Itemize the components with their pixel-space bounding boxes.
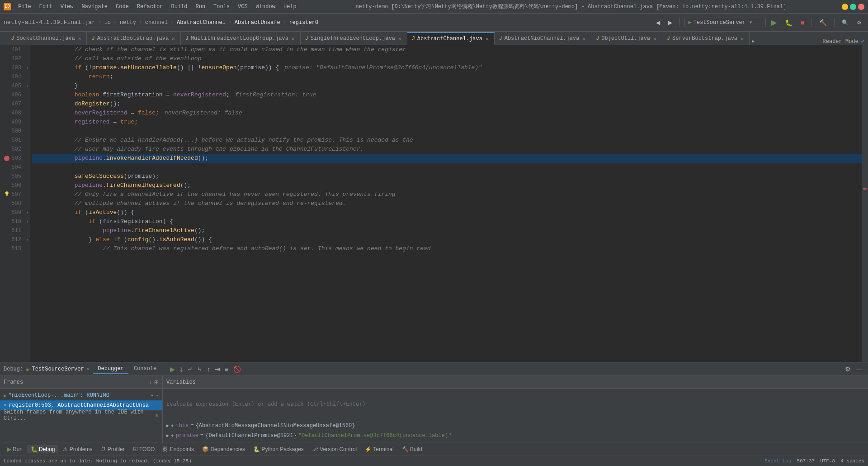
todo-tool-button[interactable]: ☑ TODO bbox=[129, 445, 159, 453]
breakpoint-icon[interactable] bbox=[4, 156, 9, 161]
tab-close-singlethreadeventloop[interactable]: ✕ bbox=[397, 35, 402, 42]
build-tool-button[interactable]: 🔨 Build bbox=[398, 445, 426, 453]
var-promise[interactable]: ▶ ● promise = {DefaultChannelPromise@192… bbox=[163, 431, 868, 441]
tab-abstractbootstrap[interactable]: J AbstractBootstrap.java ✕ bbox=[87, 32, 180, 45]
debug-settings-button[interactable]: ⚙ bbox=[843, 365, 853, 374]
frames-add-button[interactable]: + bbox=[149, 379, 152, 385]
code-line-492: // call was outside of the eventLoop bbox=[32, 54, 862, 63]
bottom-toolbar: ▶ Run 🐛 Debug ⚠ Problems ⏱ Profiler ☑ TO… bbox=[0, 442, 868, 455]
debug-minimize-button[interactable]: — bbox=[854, 365, 864, 374]
dependencies-tool-button[interactable]: 📦 Dependencies bbox=[198, 445, 249, 453]
menu-tools[interactable]: Tools bbox=[210, 3, 233, 11]
menu-build[interactable]: Build bbox=[167, 3, 191, 11]
menu-window[interactable]: Window bbox=[252, 3, 279, 11]
forward-button[interactable]: ▶ bbox=[665, 18, 675, 27]
cursor-position[interactable]: 507:37 bbox=[797, 458, 815, 464]
profiler-tool-button[interactable]: ⏱ Profiler bbox=[97, 445, 128, 453]
build-button[interactable]: 🔨 bbox=[816, 18, 830, 28]
menu-help[interactable]: Help bbox=[280, 3, 300, 11]
menu-bar[interactable]: File Edit View Navigate Code Refactor Bu… bbox=[14, 3, 300, 11]
tab-abstractchannel[interactable]: J AbstractChannel.java ✕ bbox=[407, 32, 495, 45]
editor-scrollbar[interactable] bbox=[862, 45, 868, 362]
var-this[interactable]: ▶ ● this = {AbstractNioMessageChannel$Ni… bbox=[163, 421, 868, 431]
terminal-button[interactable]: ⚡ Terminal bbox=[361, 445, 397, 453]
thread-add-button[interactable]: + bbox=[156, 392, 159, 399]
tab-serverbootstrap[interactable]: J ServerBootstrap.java ✕ bbox=[662, 32, 750, 45]
version-control-button[interactable]: ⎇ Version Control bbox=[308, 445, 360, 453]
endpoints-tool-button[interactable]: ⛓ Endpoints bbox=[159, 445, 198, 453]
tab-close-abstractchannel[interactable]: ✕ bbox=[485, 36, 490, 43]
mute-breakpoints-button[interactable]: 🚫 bbox=[231, 365, 243, 374]
event-log-button[interactable]: Event Log bbox=[764, 458, 791, 464]
minimize-button[interactable] bbox=[842, 4, 848, 10]
encoding[interactable]: UTF-8 bbox=[820, 458, 835, 464]
debugger-tab[interactable]: Debugger bbox=[93, 364, 128, 374]
lightbulb-icon[interactable]: 💡 bbox=[4, 190, 9, 199]
tab-close-socketchannel[interactable]: ✕ bbox=[77, 35, 82, 42]
tab-socketchannel[interactable]: J SocketChannel.java ✕ bbox=[6, 32, 87, 45]
title-bar: IJ File Edit View Navigate Code Refactor… bbox=[0, 0, 868, 14]
evaluate-expression-input[interactable] bbox=[163, 389, 868, 419]
tab-abstractniochannel[interactable]: J AbstractNioChannel.java ✕ bbox=[495, 32, 591, 45]
evaluate-button[interactable]: ≡ bbox=[223, 365, 230, 374]
fold-512[interactable]: ▾ bbox=[25, 235, 30, 244]
tab-multithreadeventloopgroup[interactable]: J MultithreadEventLoopGroup.java ✕ bbox=[181, 32, 301, 45]
tab-more[interactable]: ▸ bbox=[750, 37, 757, 45]
line-493: 493 bbox=[2, 63, 21, 72]
thread-item[interactable]: ▶ "nioEventLoop-...main": RUNNING ▾ + bbox=[0, 390, 162, 400]
frame-close-button[interactable]: ✕ bbox=[155, 413, 159, 418]
fold-493[interactable]: ▾ bbox=[25, 63, 30, 72]
frame-item-1[interactable]: Switch frames from anywhere in the IDE w… bbox=[0, 410, 162, 420]
run-tool-button[interactable]: ▶ Run bbox=[4, 445, 26, 453]
run-button[interactable]: ▶ bbox=[769, 17, 779, 28]
force-step-into-button[interactable]: ⤷ bbox=[195, 365, 204, 374]
menu-edit[interactable]: Edit bbox=[36, 3, 56, 11]
tab-close-multithreadeventloopgroup[interactable]: ✕ bbox=[291, 35, 296, 42]
line-513: 513 bbox=[2, 244, 21, 253]
resume-button[interactable]: ▶ bbox=[168, 365, 177, 374]
tab-close-abstractniochannel[interactable]: ✕ bbox=[581, 35, 586, 42]
line-503[interactable]: 503 bbox=[2, 154, 21, 163]
menu-file[interactable]: File bbox=[14, 3, 35, 11]
debug-session-close[interactable]: ✕ bbox=[87, 366, 90, 372]
fold-495[interactable]: ▾ bbox=[25, 81, 30, 90]
var-expand-this[interactable]: ▶ bbox=[166, 423, 169, 428]
tab-objectutil[interactable]: J ObjectUtil.java ✕ bbox=[591, 32, 662, 45]
window-controls[interactable] bbox=[842, 4, 864, 10]
indent-settings[interactable]: 4 spaces bbox=[840, 458, 864, 464]
debug-tool-button[interactable]: 🐛 Debug bbox=[27, 445, 58, 453]
fold-509[interactable]: ▾ bbox=[25, 208, 30, 217]
var-expand-promise[interactable]: ▶ bbox=[166, 433, 169, 438]
debug-session-icon[interactable]: ☕ bbox=[26, 366, 29, 372]
menu-refactor[interactable]: Refactor bbox=[133, 3, 167, 11]
problems-tool-button[interactable]: ⚠ Problems bbox=[59, 445, 96, 453]
tab-singlethreadeventloop[interactable]: J SingleThreadEventLoop.java ✕ bbox=[301, 32, 407, 45]
settings-button[interactable]: ⚙ bbox=[854, 18, 864, 27]
menu-view[interactable]: View bbox=[57, 3, 77, 11]
tab-close-abstractbootstrap[interactable]: ✕ bbox=[171, 35, 176, 42]
line-494: 494 bbox=[2, 72, 21, 81]
search-button[interactable]: 🔍 bbox=[839, 18, 851, 27]
console-tab[interactable]: Console bbox=[129, 364, 161, 374]
run-config-selector[interactable]: ▶ TestSourceServer ▾ bbox=[684, 18, 766, 27]
fold-510[interactable]: ▾ bbox=[25, 217, 30, 226]
reader-mode-toggle[interactable]: ✔ bbox=[861, 38, 864, 45]
maximize-button[interactable] bbox=[850, 4, 856, 10]
tab-close-objectutil[interactable]: ✕ bbox=[652, 35, 657, 42]
step-into-button[interactable]: ⤶ bbox=[185, 365, 194, 374]
back-button[interactable]: ◀ bbox=[653, 18, 663, 27]
python-packages-button[interactable]: 🐍 Python Packages bbox=[250, 445, 307, 453]
close-button[interactable] bbox=[858, 4, 864, 10]
menu-vcs[interactable]: VCS bbox=[234, 3, 251, 11]
thread-filter-icon[interactable]: ▾ bbox=[151, 392, 154, 399]
run-to-cursor-button[interactable]: ⇥ bbox=[213, 365, 222, 374]
stop-button[interactable]: ■ bbox=[798, 18, 807, 28]
menu-run[interactable]: Run bbox=[192, 3, 209, 11]
debug-button[interactable]: 🐛 bbox=[782, 18, 795, 28]
tab-close-serverbootstrap[interactable]: ✕ bbox=[740, 35, 745, 42]
menu-navigate[interactable]: Navigate bbox=[78, 3, 111, 11]
menu-code[interactable]: Code bbox=[112, 3, 132, 11]
step-over-button[interactable]: ⤵ bbox=[178, 365, 184, 374]
step-out-button[interactable]: ↑ bbox=[205, 365, 212, 374]
frames-filter-button[interactable]: ⊞ bbox=[154, 379, 159, 385]
